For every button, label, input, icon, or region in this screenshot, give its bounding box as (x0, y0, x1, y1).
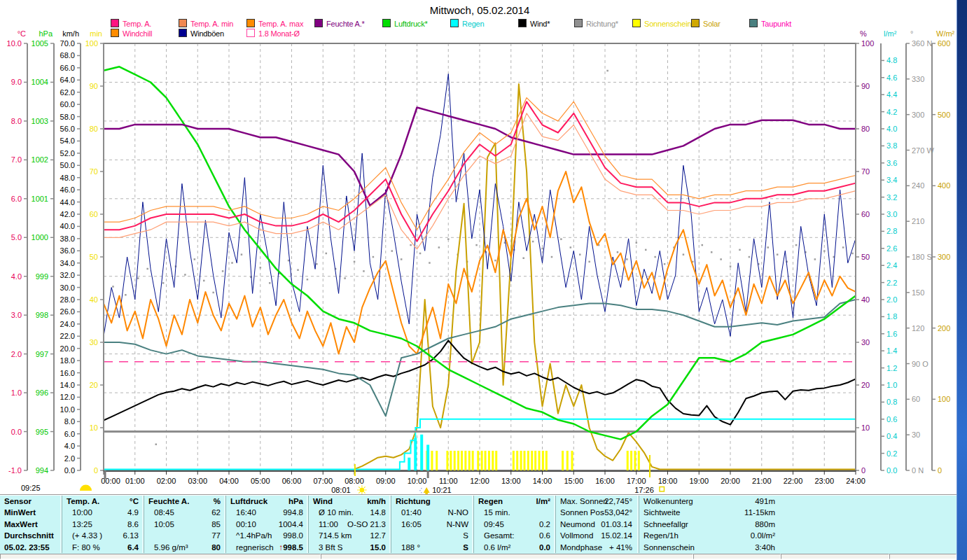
svg-text:°: ° (910, 29, 913, 38)
table-row: Schneefallgr880m (639, 519, 957, 530)
svg-text:360 N: 360 N (912, 39, 932, 48)
legend-item-label: Luftdruck* (394, 20, 428, 28)
legend-item-regen[interactable]: Regen (450, 19, 484, 28)
legend-item-temp-a-min[interactable]: Temp. A. min (179, 19, 233, 28)
table-row: 77 (144, 530, 226, 541)
svg-text:15:00: 15:00 (564, 477, 583, 485)
wind-direction-dot (636, 241, 638, 244)
wind-direction-dot (645, 249, 647, 251)
svg-text:44.0: 44.0 (60, 198, 75, 206)
table-column-luftdruck: LuftdruckhPa16:40994.800:101004.4^1.4hPa… (225, 496, 309, 553)
wind-direction-dot (579, 253, 581, 255)
table-cell: -53,042° (559, 507, 632, 518)
svg-text:400: 400 (938, 181, 950, 190)
wind-direction-dot (222, 270, 224, 272)
svg-text:km/h: km/h (62, 29, 79, 38)
table-row: Feuchte A.% (144, 496, 226, 507)
table-cell: Gesamt: (484, 530, 514, 541)
table-cell: 05.02. 23:55 (4, 542, 50, 553)
svg-text:21:00: 21:00 (752, 477, 772, 485)
wind-direction-dot (814, 258, 816, 260)
table-cell: 00:10 (236, 519, 256, 530)
table-cell: 188 ° (401, 542, 420, 553)
legend-item-luftdruck[interactable]: Luftdruck* (382, 19, 428, 28)
wind-direction-dot (316, 263, 318, 265)
table-cell: l/m² (536, 496, 550, 507)
svg-text:3.8: 3.8 (886, 141, 897, 150)
rain-bar (408, 458, 410, 470)
table-row: Durchschnitt (0, 530, 62, 541)
table-column-temp: Temp. A.°C10:004.913:258.6(+ 4.33 )6.13F… (62, 496, 144, 553)
status-segment (0, 554, 321, 559)
table-cell: 11-15km (642, 507, 775, 518)
wind-direction-dot (730, 265, 732, 267)
table-cell: ↑998.5 (279, 542, 303, 553)
svg-text:12.0: 12.0 (60, 393, 75, 401)
sunshine-bar (520, 451, 522, 470)
svg-text:300: 300 (938, 253, 950, 261)
wind-direction-dot (767, 246, 770, 248)
svg-text:0.6: 0.6 (886, 415, 897, 424)
svg-text:0.0: 0.0 (886, 466, 897, 475)
svg-text:50: 50 (90, 253, 98, 261)
svg-text:00:00: 00:00 (101, 477, 120, 485)
table-row: 13:258.6 (62, 519, 144, 530)
wind-direction-dot (795, 244, 798, 246)
table-cell: regnerisch (236, 542, 274, 553)
svg-text:1001: 1001 (32, 195, 48, 203)
rain-bar (426, 444, 429, 470)
svg-text:4.4: 4.4 (886, 90, 897, 99)
svg-text:90: 90 (90, 82, 98, 90)
svg-text:56.0: 56.0 (60, 125, 75, 133)
status-segment (321, 554, 693, 559)
svg-text:°C: °C (18, 29, 26, 38)
table-cell: Richtung (396, 496, 431, 507)
legend-item-temp-a[interactable]: Temp. A. (111, 19, 151, 28)
sunshine-bar (527, 451, 529, 470)
svg-text:10:00: 10:00 (408, 477, 427, 485)
legend-item-monat-avg[interactable]: 1.8 Monat-Ø (246, 29, 300, 38)
svg-text:3.6: 3.6 (886, 159, 897, 167)
table-cell: °C (130, 496, 139, 507)
legend-item-windchill[interactable]: Windchill (111, 29, 152, 38)
table-row: Regen/1h0.0l/m² (639, 530, 957, 541)
legend-item-feuchte-a[interactable]: Feuchte A.* (314, 19, 365, 28)
wind-direction-dot (749, 256, 751, 258)
legend-item-richtung[interactable]: Richtung* (574, 19, 618, 28)
table-cell: Regen (478, 496, 503, 507)
table-row: Ø 10 min.14.8 (309, 507, 391, 518)
legend-item-label: Sonnenschein (644, 20, 691, 28)
legend-item-sonnenschein[interactable]: Sonnenschein (632, 19, 691, 28)
legend-item-taupunkt[interactable]: Taupunkt (749, 19, 791, 28)
svg-text:16:00: 16:00 (595, 477, 615, 485)
legend-item-windboeen[interactable]: Windböen (179, 29, 224, 38)
solar-swatch (691, 19, 700, 27)
svg-text:20:00: 20:00 (721, 477, 740, 485)
table-row: 10:0585 (144, 519, 226, 530)
svg-text:24.0: 24.0 (60, 320, 75, 328)
svg-text:300: 300 (912, 111, 924, 119)
svg-text:6.0: 6.0 (11, 195, 22, 203)
table-row: 10:004.9 (62, 507, 144, 518)
table-cell: Ø 10 min. (319, 507, 354, 518)
table-row: Max. Sonnen22,745° (556, 496, 639, 507)
svg-text:70.0: 70.0 (60, 39, 75, 48)
wind-direction-dot (307, 279, 309, 281)
legend-item-temp-a-max[interactable]: Temp. A. max (246, 19, 303, 28)
svg-text:330: 330 (912, 75, 924, 83)
svg-text:48.0: 48.0 (60, 174, 75, 182)
table-row: Wolkenunterg491m (639, 496, 957, 507)
svg-text:5.0: 5.0 (11, 233, 22, 241)
wind-direction-dot (354, 261, 356, 263)
sunshine-bar (534, 451, 536, 470)
svg-text:7.0: 7.0 (11, 155, 22, 164)
svg-text:996: 996 (36, 388, 48, 397)
sunshine-bar (446, 451, 448, 470)
table-cell: 22,745° (559, 496, 632, 507)
wind-direction-dot (522, 257, 524, 259)
legend-item-wind[interactable]: Wind* (518, 19, 550, 28)
table-row: 09:450.2 (474, 519, 556, 530)
legend-item-solar[interactable]: Solar (691, 19, 721, 28)
svg-text:3.0: 3.0 (11, 311, 22, 319)
sunshine-bar (477, 451, 479, 470)
